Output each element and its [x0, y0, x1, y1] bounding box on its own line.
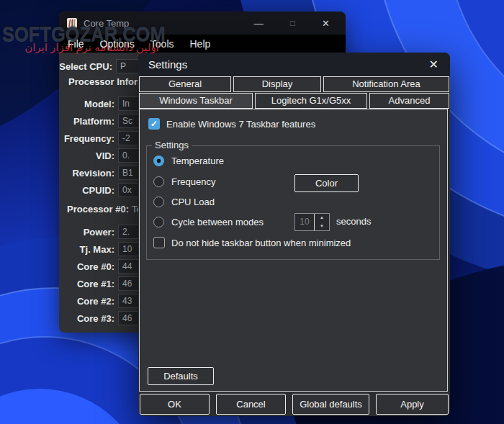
- tab-row-1: General Display Notification Area: [138, 76, 450, 92]
- defaults-button[interactable]: Defaults: [148, 367, 214, 385]
- core0-label: Core #0:: [59, 261, 114, 272]
- select-cpu-label: Select CPU:: [59, 61, 112, 72]
- dialog-footer: OK Cancel Global defaults Apply: [138, 394, 450, 415]
- processor-info-header: Processor Inform: [68, 76, 146, 87]
- radio-cycle-modes[interactable]: Cycle between modes: [153, 217, 264, 227]
- spinner-down-icon[interactable]: ▼: [315, 222, 329, 231]
- dialog-close-icon[interactable]: ✕: [429, 59, 438, 71]
- maximize-icon[interactable]: □: [290, 18, 295, 28]
- windows-taskbar-tab-panel: ✓ Enable Windows 7 Taskbar features Sett…: [139, 109, 448, 392]
- global-defaults-button[interactable]: Global defaults: [292, 394, 369, 415]
- vid-label: VID:: [59, 150, 114, 161]
- app-icon: [66, 17, 78, 29]
- title-bar[interactable]: Core Temp — □ ✕: [59, 12, 346, 35]
- radio-unselected-icon[interactable]: [153, 217, 164, 227]
- core2-label: Core #2:: [59, 296, 114, 307]
- tab-notification-area[interactable]: Notification Area: [323, 76, 449, 92]
- menu-help[interactable]: Help: [182, 38, 219, 50]
- tab-row-2: Windows Taskbar Logitech G1x/G5xx Advanc…: [138, 93, 450, 109]
- enable-taskbar-label: Enable Windows 7 Taskbar features: [166, 119, 315, 130]
- tab-windows-taskbar[interactable]: Windows Taskbar: [139, 93, 253, 109]
- core1-label: Core #1:: [59, 279, 114, 289]
- settings-dialog: Settings ✕ General Display Notification …: [138, 53, 450, 416]
- menu-bar: File Options Tools Help: [59, 35, 346, 53]
- close-icon[interactable]: ✕: [322, 18, 330, 29]
- menu-options[interactable]: Options: [92, 38, 143, 50]
- apply-button[interactable]: Apply: [376, 394, 449, 415]
- tjmax-label: Tj. Max:: [59, 244, 114, 255]
- ok-button[interactable]: OK: [140, 394, 210, 415]
- enable-taskbar-checkbox-row[interactable]: ✓ Enable Windows 7 Taskbar features: [148, 118, 315, 130]
- color-button[interactable]: Color: [294, 174, 359, 192]
- cycle-seconds-value: 10: [295, 214, 314, 230]
- checkbox-unchecked-icon[interactable]: [153, 237, 165, 248]
- tab-display[interactable]: Display: [233, 76, 321, 92]
- hide-taskbar-label: Do not hide taskbar button when minimize…: [171, 238, 351, 248]
- minimize-icon[interactable]: —: [254, 18, 264, 29]
- radio-selected-icon[interactable]: [153, 155, 164, 166]
- core3-label: Core #3:: [59, 313, 114, 324]
- model-label: Model:: [59, 99, 114, 109]
- radio-frequency[interactable]: Frequency: [153, 176, 215, 187]
- tab-general[interactable]: General: [139, 76, 231, 92]
- menu-tools[interactable]: Tools: [143, 38, 182, 50]
- spinner-up-icon[interactable]: ▲: [315, 214, 329, 222]
- dialog-title: Settings: [148, 58, 187, 71]
- cancel-button[interactable]: Cancel: [216, 394, 286, 415]
- revision-label: Revision:: [59, 168, 114, 179]
- cycle-seconds-spinner: 10 ▲ ▼: [294, 213, 330, 231]
- checkbox-checked-icon[interactable]: ✓: [148, 118, 160, 130]
- radio-cpu-load[interactable]: CPU Load: [153, 197, 215, 207]
- tab-logitech[interactable]: Logitech G1x/G5xx: [255, 93, 367, 109]
- platform-label: Platform:: [59, 116, 114, 127]
- cpuid-label: CPUID:: [59, 185, 114, 196]
- tab-advanced[interactable]: Advanced: [369, 93, 449, 109]
- window-title: Core Temp: [84, 18, 129, 29]
- hide-taskbar-checkbox-row[interactable]: Do not hide taskbar button when minimize…: [153, 237, 351, 248]
- radio-unselected-icon[interactable]: [153, 197, 164, 207]
- dialog-title-bar[interactable]: Settings ✕: [138, 53, 450, 76]
- power-label: Power:: [59, 227, 114, 238]
- seconds-label: seconds: [336, 216, 371, 227]
- menu-file[interactable]: File: [60, 38, 92, 50]
- frequency-label: Frequency:: [59, 133, 114, 144]
- settings-group-label: Settings: [152, 140, 192, 150]
- radio-unselected-icon[interactable]: [153, 176, 164, 187]
- radio-temperature[interactable]: Temperature: [153, 155, 224, 166]
- processor0-header: Processor #0:Te: [67, 204, 142, 215]
